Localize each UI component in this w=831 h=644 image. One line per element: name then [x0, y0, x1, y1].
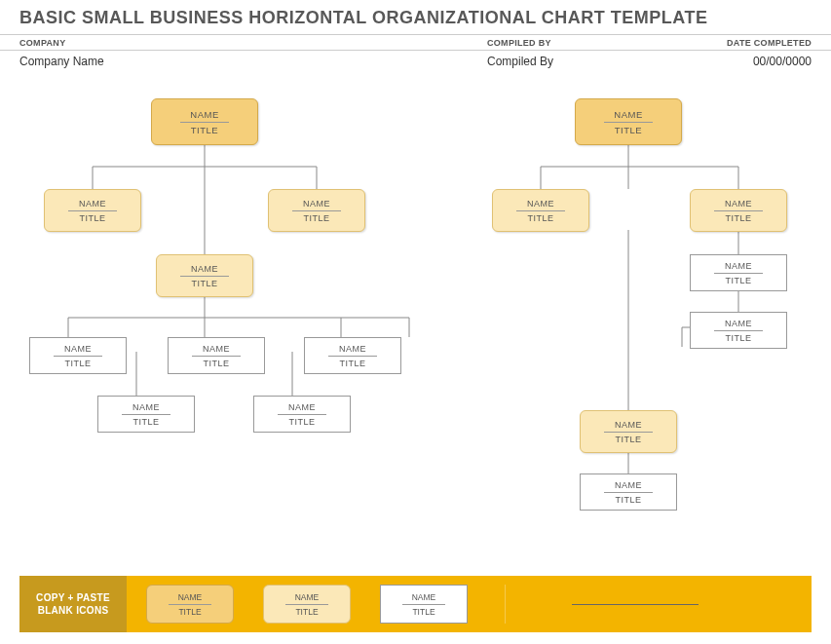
palette-node-white[interactable]: NAME TITLE: [380, 585, 468, 624]
node-title: TITLE: [64, 359, 91, 368]
node-title: TITLE: [288, 417, 315, 427]
node-divider: [285, 604, 328, 605]
node-title: TITLE: [203, 359, 229, 368]
node-divider: [54, 356, 102, 357]
node-title: TITLE: [527, 213, 553, 223]
node-name: NAME: [132, 402, 160, 412]
node-divider: [180, 276, 229, 277]
footer-label-line1: COPY + PASTE: [19, 591, 127, 604]
footer-palette: COPY + PASTE BLANK ICONS NAME TITLE NAME…: [19, 576, 812, 632]
org-node-left-mid[interactable]: NAME TITLE: [156, 254, 253, 297]
compiled-value[interactable]: Compiled By: [468, 51, 701, 70]
page-title: BASIC SMALL BUSINESS HORIZONTAL ORGANIZA…: [0, 0, 831, 35]
palette-node-gold-dark[interactable]: NAME TITLE: [146, 585, 234, 624]
node-name: NAME: [615, 480, 642, 490]
node-title: TITLE: [79, 213, 105, 223]
node-divider: [604, 122, 653, 123]
node-divider: [714, 273, 763, 274]
node-title: TITLE: [725, 276, 751, 285]
node-name: NAME: [303, 199, 330, 208]
node-divider: [180, 122, 229, 123]
node-name: NAME: [79, 199, 106, 208]
node-title: TITLE: [615, 435, 641, 444]
org-node-right-sub-2[interactable]: NAME TITLE: [690, 312, 787, 349]
node-name: NAME: [339, 344, 366, 354]
node-name: NAME: [203, 344, 230, 354]
company-value[interactable]: Company Name: [0, 51, 468, 70]
node-name: NAME: [412, 592, 436, 602]
palette-connector-line[interactable]: [572, 604, 699, 605]
node-divider: [122, 414, 170, 415]
date-label: DATE COMPLETED: [701, 35, 831, 50]
node-divider: [169, 604, 211, 605]
node-divider: [292, 210, 341, 211]
org-node-left-child-2[interactable]: NAME TITLE: [268, 189, 365, 232]
org-node-right-child-2[interactable]: NAME TITLE: [690, 189, 787, 232]
node-name: NAME: [178, 592, 203, 602]
org-node-right-leaf-1[interactable]: NAME TITLE: [580, 474, 677, 511]
footer-icons-area: NAME TITLE NAME TITLE NAME TITLE: [127, 576, 812, 632]
footer-label-line2: BLANK ICONS: [19, 604, 127, 617]
company-label: COMPANY: [0, 35, 468, 50]
org-node-left-child-1[interactable]: NAME TITLE: [44, 189, 141, 232]
node-name: NAME: [288, 402, 316, 412]
footer-label: COPY + PASTE BLANK ICONS: [19, 576, 127, 632]
org-node-right-child-1[interactable]: NAME TITLE: [492, 189, 589, 232]
node-divider: [278, 414, 326, 415]
node-divider: [516, 210, 565, 211]
node-divider: [714, 330, 763, 331]
node-name: NAME: [725, 199, 752, 208]
org-node-left-leaf-4[interactable]: NAME TITLE: [97, 396, 195, 433]
org-chart-canvas[interactable]: NAME TITLE NAME TITLE NAME TITLE NAME TI…: [0, 74, 831, 553]
org-node-left-leaf-1[interactable]: NAME TITLE: [29, 337, 127, 374]
header-values-row: Company Name Compiled By 00/00/0000: [0, 51, 831, 74]
node-title: TITLE: [725, 333, 751, 343]
org-node-right-root[interactable]: NAME TITLE: [575, 98, 682, 145]
node-name: NAME: [527, 199, 554, 208]
node-name: NAME: [191, 264, 218, 274]
org-node-left-root[interactable]: NAME TITLE: [151, 98, 258, 145]
node-title: TITLE: [178, 607, 201, 617]
footer-divider: [505, 585, 506, 624]
node-divider: [714, 210, 763, 211]
node-name: NAME: [725, 261, 752, 271]
node-title: TITLE: [615, 125, 642, 135]
node-name: NAME: [190, 109, 218, 120]
node-title: TITLE: [295, 607, 318, 617]
node-title: TITLE: [412, 607, 434, 617]
node-divider: [402, 604, 445, 605]
header-labels-row: COMPANY COMPILED BY DATE COMPLETED: [0, 35, 831, 51]
node-title: TITLE: [132, 417, 159, 427]
node-name: NAME: [614, 109, 642, 120]
node-name: NAME: [295, 592, 320, 602]
node-divider: [604, 432, 653, 433]
org-node-right-sub-1[interactable]: NAME TITLE: [690, 254, 787, 291]
org-node-left-leaf-2[interactable]: NAME TITLE: [168, 337, 265, 374]
node-title: TITLE: [725, 213, 751, 223]
node-name: NAME: [64, 344, 92, 354]
node-title: TITLE: [615, 495, 641, 505]
node-title: TITLE: [339, 359, 365, 368]
palette-node-gold-light[interactable]: NAME TITLE: [263, 585, 351, 624]
org-node-left-leaf-5[interactable]: NAME TITLE: [253, 396, 351, 433]
compiled-label: COMPILED BY: [468, 35, 701, 50]
org-node-left-leaf-3[interactable]: NAME TITLE: [304, 337, 401, 374]
org-node-right-mid[interactable]: NAME TITLE: [580, 410, 677, 453]
node-divider: [192, 356, 241, 357]
node-divider: [328, 356, 377, 357]
date-value[interactable]: 00/00/0000: [701, 51, 831, 70]
node-name: NAME: [615, 420, 642, 430]
node-title: TITLE: [191, 279, 217, 288]
node-name: NAME: [725, 319, 752, 328]
node-divider: [68, 210, 117, 211]
node-divider: [604, 492, 653, 493]
node-title: TITLE: [303, 213, 329, 223]
node-title: TITLE: [191, 125, 218, 135]
